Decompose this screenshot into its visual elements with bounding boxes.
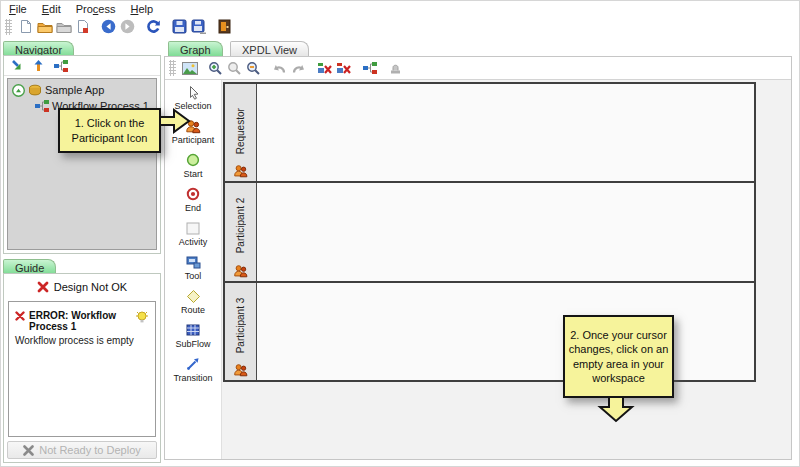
zoom-in-button[interactable]: [206, 59, 225, 78]
workflow-canvas[interactable]: Requestor Participant 2: [222, 80, 791, 459]
save-as-icon: [191, 19, 207, 34]
export-image-button[interactable]: [180, 59, 199, 78]
refresh-icon: [146, 19, 161, 34]
lane-header[interactable]: Requestor: [225, 84, 257, 181]
new-process-button[interactable]: [53, 58, 68, 73]
design-status-label: Design Not OK: [54, 281, 127, 293]
palette-item-activity[interactable]: Activity: [165, 219, 221, 249]
pack-button[interactable]: [386, 59, 405, 78]
lane-header[interactable]: Participant 3: [225, 283, 257, 380]
lane-workspace[interactable]: [257, 84, 754, 181]
process-button[interactable]: [360, 59, 379, 78]
tutorial-note-1-text: 1. Click on the Participant Icon: [63, 116, 156, 145]
zoom-actual-button[interactable]: [225, 59, 244, 78]
undo-button[interactable]: [270, 59, 289, 78]
back-button[interactable]: [99, 17, 118, 36]
recent-folder-icon: [56, 20, 72, 34]
palette-item-tool[interactable]: Tool: [165, 253, 221, 283]
forward-button[interactable]: [118, 17, 137, 36]
lane-header[interactable]: Participant 2: [225, 183, 257, 280]
selection-cursor-icon: [165, 84, 221, 100]
deploy-button[interactable]: Not Ready to Deploy: [7, 441, 157, 459]
main-toolbar: [1, 16, 799, 37]
lane-label: Participant 3: [235, 283, 246, 357]
end-node-icon: [165, 186, 221, 202]
lane-workspace[interactable]: [257, 183, 754, 280]
hint-lightbulb-icon[interactable]: [135, 310, 149, 324]
tree-item-label: Sample App: [45, 84, 104, 96]
lane-participant-2: Participant 2: [225, 183, 754, 282]
forward-icon: [120, 19, 135, 34]
workspace-tabs: Graph XPDL View: [164, 39, 792, 56]
process-icon: [35, 100, 49, 112]
new-process-icon: [54, 60, 68, 72]
back-icon: [101, 19, 116, 34]
palette-item-end[interactable]: End: [165, 185, 221, 215]
error-list: ERROR: Workflow Process 1 Workflow proce…: [8, 301, 156, 437]
toolbar-grip[interactable]: [5, 19, 12, 35]
tool-palette: Selection Participant Start: [165, 80, 222, 459]
palette-item-start[interactable]: Start: [165, 151, 221, 181]
open-folder-icon: [37, 20, 53, 34]
tutorial-arrow-right-icon: [159, 107, 192, 135]
menu-process[interactable]: Process: [76, 3, 116, 15]
refresh-button[interactable]: [144, 17, 163, 36]
lane-workspace[interactable]: [257, 283, 754, 380]
zoom-out-button[interactable]: [244, 59, 263, 78]
save-button[interactable]: [170, 17, 189, 36]
guide-panel: Guide Design Not OK ERROR: Workflow Proc…: [3, 257, 161, 463]
open-recent-button[interactable]: [54, 17, 73, 36]
exit-icon: [218, 19, 231, 34]
zoom-actual-icon: [227, 61, 242, 76]
tutorial-note-1: 1. Click on the Participant Icon: [58, 108, 161, 153]
navigator-tree: Sample App Workflow Process 1: [7, 78, 157, 250]
pack-icon: [389, 62, 402, 75]
save-as-button[interactable]: [189, 17, 208, 36]
menu-edit[interactable]: Edit: [42, 3, 61, 15]
exit-button[interactable]: [215, 17, 234, 36]
import-button[interactable]: [9, 58, 24, 73]
navigator-toolbar: [4, 56, 160, 76]
export-icon: [32, 59, 45, 72]
graph-toolbar: [165, 57, 791, 80]
participant-icon: [233, 258, 248, 281]
app-window: File Edit Process Help: [0, 0, 800, 467]
toolbar-grip[interactable]: [169, 60, 176, 76]
tutorial-note-2: 2. Once your cursor changes, click on an…: [563, 315, 674, 398]
palette-item-subflow[interactable]: SubFlow: [165, 321, 221, 351]
delete-node-button[interactable]: [315, 59, 334, 78]
error-x-icon: [37, 281, 49, 293]
participant-icon: [233, 158, 248, 181]
guide-body: Design Not OK ERROR: Workflow Process 1 …: [3, 273, 161, 463]
palette-item-transition[interactable]: Transition: [165, 355, 221, 385]
zoom-in-icon: [208, 61, 223, 76]
process-icon: [363, 62, 377, 74]
delete-lane-button[interactable]: [334, 59, 353, 78]
route-node-icon: [165, 288, 221, 304]
redo-button[interactable]: [289, 59, 308, 78]
open-button[interactable]: [35, 17, 54, 36]
export-button[interactable]: [31, 58, 46, 73]
graph-area: Selection Participant Start: [165, 80, 791, 459]
participant-icon: [233, 357, 248, 380]
swimlane-pool: Requestor Participant 2: [223, 82, 756, 382]
zoom-out-icon: [246, 61, 261, 76]
error-detail: Workflow process is empty: [15, 335, 149, 346]
start-node-icon: [165, 152, 221, 168]
lane-requestor: Requestor: [225, 84, 754, 183]
palette-item-route[interactable]: Route: [165, 287, 221, 317]
deploy-button-label: Not Ready to Deploy: [39, 444, 141, 456]
error-entry[interactable]: ERROR: Workflow Process 1 Workflow proce…: [15, 310, 149, 346]
delete-lane-icon: [336, 62, 351, 75]
tree-item-sample-app[interactable]: Sample App: [8, 82, 156, 98]
menu-file[interactable]: File: [9, 3, 27, 15]
new-document-button[interactable]: [16, 17, 35, 36]
undo-icon: [272, 62, 287, 75]
close-document-button[interactable]: [73, 17, 92, 36]
collapse-toggle-icon[interactable]: [12, 84, 25, 97]
not-ready-x-icon: [23, 445, 34, 456]
tool-node-icon: [165, 254, 221, 270]
menu-help[interactable]: Help: [130, 3, 153, 15]
menu-bar: File Edit Process Help: [1, 1, 799, 16]
navigator-body: Sample App Workflow Process 1: [3, 55, 161, 254]
